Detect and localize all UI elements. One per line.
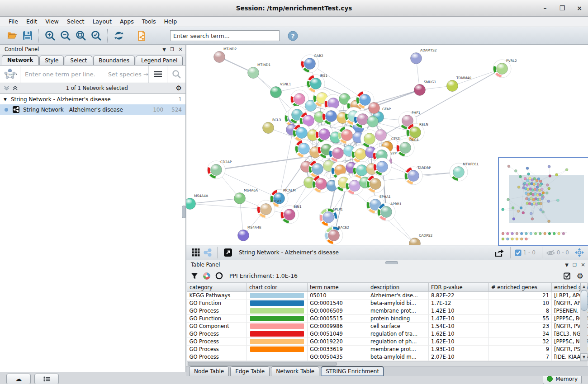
- cell-FDR-p-value[interactable]: 2.07E-10: [429, 353, 489, 361]
- cell-description[interactable]: regulation of tra...: [368, 330, 429, 338]
- string-query-input[interactable]: Enter one term per line.: [20, 71, 95, 78]
- cell--enriched-genes[interactable]: 21: [489, 292, 552, 300]
- cell-description[interactable]: Alzheimer's dise...: [368, 292, 429, 300]
- tab-edge-table[interactable]: Edge Table: [230, 366, 270, 376]
- string-options-icon[interactable]: [148, 66, 167, 83]
- cell-FDR-p-value[interactable]: 1.42E-10: [429, 307, 489, 315]
- menu-view[interactable]: View: [41, 17, 63, 26]
- cell-term-name[interactable]: 05010: [308, 292, 368, 300]
- table-row[interactable]: GO FunctionGO:0005515protein binding1.47…: [187, 315, 588, 323]
- network-node-cd2ap[interactable]: CD2AP: [207, 160, 232, 179]
- network-node[interactable]: [315, 125, 333, 143]
- network-node[interactable]: [367, 116, 379, 127]
- cell-term-name[interactable]: GO:0050435: [308, 353, 368, 361]
- table-row[interactable]: KEGG Pathways05010Alzheimer's dise...8.8…: [187, 292, 588, 300]
- cell-category[interactable]: GO Component: [187, 323, 247, 330]
- menu-apps[interactable]: Apps: [116, 17, 138, 26]
- table-row[interactable]: GO ProcessGO:0051049regulation of tra...…: [187, 330, 588, 338]
- table-row[interactable]: GO ProcessGO:0019220regulation of ph...1…: [187, 338, 588, 346]
- scroll-up-icon[interactable]: ▲: [580, 283, 588, 290]
- column-header-FDR-p-value[interactable]: FDR p-value: [429, 283, 489, 292]
- network-tree-row[interactable]: ▼String Network - Alzheimer's disease1: [0, 94, 185, 104]
- tab-string-enrichment[interactable]: STRING Enrichment: [321, 366, 384, 376]
- minimize-button[interactable]: –: [536, 5, 554, 12]
- open-in-window-icon[interactable]: [222, 245, 234, 260]
- save-icon[interactable]: [20, 28, 35, 43]
- cell-FDR-p-value[interactable]: 1.93E-10: [429, 346, 489, 353]
- panel-menu-icon[interactable]: ▼: [565, 262, 569, 267]
- table-settings-gear-icon[interactable]: ⚙: [577, 272, 583, 281]
- network-node-mt-nd1[interactable]: MT-ND1: [248, 63, 271, 79]
- cell-category[interactable]: GO Function: [187, 315, 247, 323]
- filter-icon[interactable]: [191, 272, 198, 280]
- cell-description[interactable]: beta-amyloid bi...: [368, 300, 429, 307]
- table-row[interactable]: GO ComponentGO:0009986cell surface1.54E-…: [187, 323, 588, 330]
- cell--enriched-genes[interactable]: 34: [489, 330, 552, 338]
- selected-checkbox-icon[interactable]: [515, 249, 522, 256]
- cell-description[interactable]: regulation of ph...: [368, 338, 429, 346]
- network-node[interactable]: [373, 158, 391, 176]
- network-node-gab2[interactable]: GAB2: [301, 54, 323, 73]
- close-button[interactable]: ×: [571, 5, 588, 12]
- help-icon[interactable]: ?: [288, 31, 298, 41]
- cell-description[interactable]: membrane prot...: [368, 346, 429, 353]
- menu-edit[interactable]: Edit: [22, 17, 41, 26]
- cell-description[interactable]: membrane prot...: [368, 307, 429, 315]
- cell-category[interactable]: GO Process: [187, 346, 247, 353]
- tab-boundaries[interactable]: Boundaries: [93, 56, 135, 65]
- cell-category[interactable]: GO Process: [187, 338, 247, 346]
- cell-description[interactable]: beta-amyloid m...: [368, 353, 429, 361]
- chart-color-cell[interactable]: [247, 307, 308, 315]
- maximize-button[interactable]: ❒: [554, 5, 571, 12]
- panel-close-icon[interactable]: ×: [178, 46, 183, 52]
- tab-legend-panel[interactable]: Legend Panel: [136, 56, 183, 65]
- cloud-button[interactable]: ☁: [6, 374, 31, 384]
- expand-all-icon[interactable]: [12, 85, 18, 91]
- network-node-mthfd1l[interactable]: MTHFD1L: [450, 162, 479, 181]
- chart-color-cell[interactable]: [247, 338, 308, 346]
- network-node-pvrl2[interactable]: PVRL2: [493, 59, 517, 78]
- cell-term-name[interactable]: GO:0006509: [308, 307, 368, 315]
- cell-FDR-p-value[interactable]: 1.54E-10: [429, 323, 489, 330]
- cell--enriched-genes[interactable]: 10: [489, 300, 552, 307]
- cell--enriched-genes[interactable]: 23: [489, 323, 552, 330]
- tab-style[interactable]: Style: [39, 56, 64, 65]
- network-node[interactable]: [375, 130, 387, 141]
- network-node-bcl3[interactable]: BCL3: [263, 118, 281, 134]
- cell-category[interactable]: GO Process: [187, 353, 247, 361]
- chart-color-cell[interactable]: [247, 315, 308, 323]
- panel-close-icon[interactable]: ×: [581, 262, 585, 268]
- network-node-smug1[interactable]: SMUG1: [414, 80, 436, 96]
- cell-FDR-p-value[interactable]: 1.62E-10: [429, 330, 489, 338]
- network-view-canvas[interactable]: MT-ND2MT-ND1VSNL1GAB2IRS1ADAMTS2SMUG1TOM…: [186, 45, 588, 245]
- network-node-ms4a4e[interactable]: MS4A4E: [238, 225, 261, 241]
- hidden-eye-icon[interactable]: [546, 249, 555, 256]
- network-node-vsnl1[interactable]: VSNL1: [270, 82, 291, 98]
- network-node-dlg4[interactable]: DLG4: [396, 138, 419, 157]
- table-row[interactable]: GO ProcessGO:0050435beta-amyloid m...2.0…: [187, 353, 588, 361]
- cell-term-name[interactable]: GO:0009986: [308, 323, 368, 330]
- cell-term-name[interactable]: GO:0033619: [308, 346, 368, 353]
- network-node-tardbp[interactable]: TARDBP: [404, 166, 431, 185]
- cell-description[interactable]: protein binding: [368, 315, 429, 323]
- table-row[interactable]: GO FunctionGO:0001540beta-amyloid bi...1…: [187, 300, 588, 307]
- tab-select[interactable]: Select: [65, 56, 92, 65]
- panel-menu-icon[interactable]: ▼: [162, 47, 166, 52]
- cell-description[interactable]: cell surface: [368, 323, 429, 330]
- tree-expand-icon[interactable]: ▼: [4, 97, 7, 102]
- species-hint[interactable]: Set species →: [108, 71, 148, 78]
- cell-term-name[interactable]: GO:0019220: [308, 338, 368, 346]
- network-node-cadps2[interactable]: CADPS2: [409, 234, 433, 245]
- table-row[interactable]: GO ProcessGO:0033619membrane prot...1.93…: [187, 346, 588, 353]
- export-network-icon[interactable]: [493, 245, 507, 260]
- chart-color-cell[interactable]: [247, 292, 308, 300]
- table-row[interactable]: GO ProcessGO:0006509membrane prot...1.42…: [187, 307, 588, 315]
- birds-eye-view[interactable]: [498, 157, 588, 246]
- panel-splitter-handle[interactable]: [182, 206, 186, 218]
- network-node[interactable]: [366, 175, 384, 193]
- chart-color-cell[interactable]: [247, 300, 308, 307]
- menu-help[interactable]: Help: [160, 17, 181, 26]
- table-horizontal-scrollbar[interactable]: [187, 361, 588, 366]
- column-header-description[interactable]: description: [368, 283, 429, 292]
- panel-float-icon[interactable]: ❒: [573, 262, 577, 267]
